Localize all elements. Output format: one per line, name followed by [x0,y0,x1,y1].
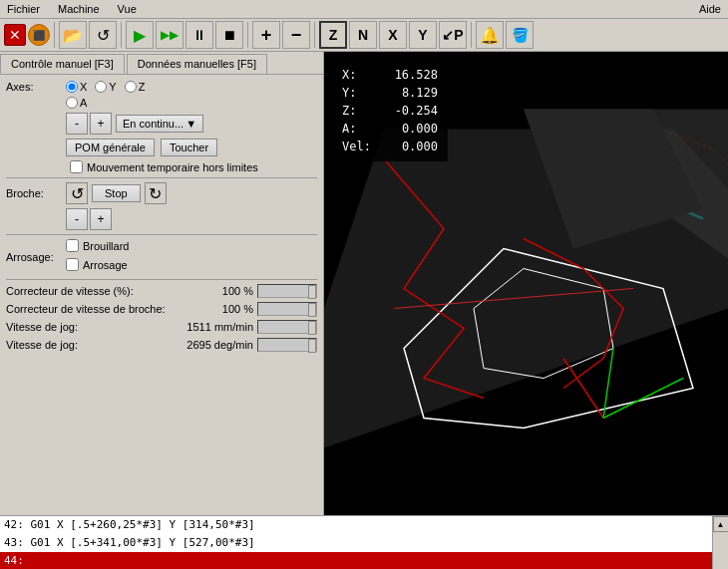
radio-Y-input[interactable] [95,81,107,93]
radio-Y-label: Y [109,81,116,93]
code-line-1[interactable]: 43: G01 X [.5+341,00*#3] Y [527,00*#3] [0,534,712,552]
jog-speed-slider-ctrl[interactable] [257,320,317,334]
jog-spacer [6,118,66,130]
P-button[interactable]: ↙P [439,21,467,49]
menu-left: Fichier Machine Vue [4,2,140,16]
code-scrollbar[interactable]: ▲ ▼ [712,516,728,569]
radio-X[interactable]: X [66,81,87,93]
radio-Y[interactable]: Y [95,81,116,93]
panel-content: Axes: X Y Z [0,75,323,515]
open-button[interactable]: 📂 [59,21,87,49]
speed-label: Correcteur de vitesse (%): [6,285,208,297]
broche-label: Broche: [6,187,66,199]
radio-A-input[interactable] [66,97,78,109]
axes-row: Axes: X Y Z [6,81,317,93]
coord-Z: Z: -0.254 [342,102,438,120]
close-button[interactable]: ✕ [4,24,26,46]
tb-sep-4 [314,22,315,48]
spindle-adj-row: - + [6,208,317,230]
spindle-ccw-btn[interactable]: ↺ [66,182,88,204]
speed-slider-ctrl[interactable] [257,284,317,298]
code-lines[interactable]: 42: G01 X [.5+260,25*#3] Y [314,50*#3]43… [0,516,712,569]
camera-button[interactable]: 🪣 [506,21,534,49]
axes-radio-group: X Y Z [66,81,145,93]
coord-A-label: A: [342,120,372,138]
run2-button[interactable]: ▶▶ [156,21,183,49]
brouillard-checkbox[interactable] [66,239,79,252]
stop-button[interactable]: ⏹ [215,21,243,49]
movement-checkbox[interactable] [70,160,83,173]
Y-button[interactable]: Y [409,21,437,49]
coord-Z-value: -0.254 [378,102,438,120]
radio-A[interactable]: A [66,97,87,109]
run-button[interactable]: ▶ [126,21,154,49]
tb-sep-1 [54,22,55,48]
code-line-2[interactable]: 44: [0,552,712,569]
spindle-stop-btn[interactable]: Stop [92,184,141,202]
refresh-button[interactable]: ↺ [89,21,117,49]
spindle-cw-btn[interactable]: ↻ [145,182,167,204]
menu-machine[interactable]: Machine [55,2,103,16]
radio-Z[interactable]: Z [125,81,146,93]
jog-speed-value: 1511 mm/min [186,321,253,333]
coord-Vel-value: 0.000 [378,138,438,155]
menu-fichier[interactable]: Fichier [4,2,43,16]
touch-btn[interactable]: Toucher [161,139,217,156]
jog-minus-btn[interactable]: - [66,113,88,135]
spindle-minus-btn[interactable]: - [66,208,88,230]
jog-speed2-slider-track[interactable] [257,338,317,352]
scroll-track[interactable] [714,532,728,569]
tb-sep-5 [471,22,472,48]
radio-Z-label: Z [139,81,146,93]
arrosage-checkbox[interactable] [66,258,79,271]
jog-speed-slider-thumb[interactable] [308,321,316,335]
N-button[interactable]: N [349,21,377,49]
pom-spacer [6,142,66,153]
X-button[interactable]: X [379,21,407,49]
jog-speed2-slider-ctrl[interactable] [257,338,317,352]
spindle-speed-slider-ctrl[interactable] [257,302,317,316]
dropdown-arrow: ▼ [185,118,196,130]
jog-plus-btn[interactable]: + [90,113,112,135]
movement-checkbox-row: Mouvement temporaire hors limites [6,160,317,173]
radio-X-input[interactable] [66,81,78,93]
jog-speed-row: Vitesse de jog: 1511 mm/min [6,320,317,334]
speed-slider-track[interactable] [257,284,317,298]
menu-vue[interactable]: Vue [115,2,140,16]
continuous-dropdown[interactable]: En continu... ▼ [116,115,203,133]
pause-button[interactable]: ⏸ [185,21,213,49]
lamp-button[interactable]: 🔔 [476,21,504,49]
menu-bar: Fichier Machine Vue Aide [0,0,728,19]
spindle-speed-slider-track[interactable] [257,302,317,316]
tab-controle[interactable]: Contrôle manuel [F3] [0,54,125,74]
add-button[interactable]: + [252,21,280,49]
pom-row: POM générale Toucher [6,139,317,156]
menu-right: Aide [696,3,724,15]
coord-X: X: 16.528 [342,66,438,84]
speed-value: 100 % [208,285,253,297]
radio-A-label: A [80,97,87,109]
divider-3 [6,279,317,280]
Z-button[interactable]: Z [319,21,347,49]
code-line-0[interactable]: 42: G01 X [.5+260,25*#3] Y [314,50*#3] [0,516,712,534]
arrosage-label: Arrosage: [6,251,66,263]
jog-speed-label: Vitesse de jog: [6,321,186,333]
scroll-up-btn[interactable]: ▲ [713,516,729,532]
a-axis-row: A [6,97,317,109]
menu-aide[interactable]: Aide [696,2,724,16]
pom-btn[interactable]: POM générale [66,139,155,156]
radio-Z-input[interactable] [125,81,137,93]
jog-speed-slider-track[interactable] [257,320,317,334]
tab-donnees[interactable]: Données manuelles [F5] [127,54,267,74]
coord-A: A: 0.000 [342,120,438,138]
spindle-speed-label: Correcteur de vitesse de broche: [6,303,208,315]
brouillard-label: Brouillard [83,240,129,252]
arrosage-cb-row: Arrosage [66,258,129,271]
spindle-speed-slider-thumb[interactable] [308,303,316,317]
sub-button[interactable]: − [282,21,310,49]
spindle-plus-btn[interactable]: + [90,208,112,230]
speed-slider-thumb[interactable] [308,285,316,299]
3d-viewport[interactable]: X: 16.528 Y: 8.129 Z: -0.254 A: 0.000 Ve… [324,52,728,515]
estop-button[interactable]: ⬛ [28,24,50,46]
jog-speed2-slider-thumb[interactable] [308,339,316,353]
